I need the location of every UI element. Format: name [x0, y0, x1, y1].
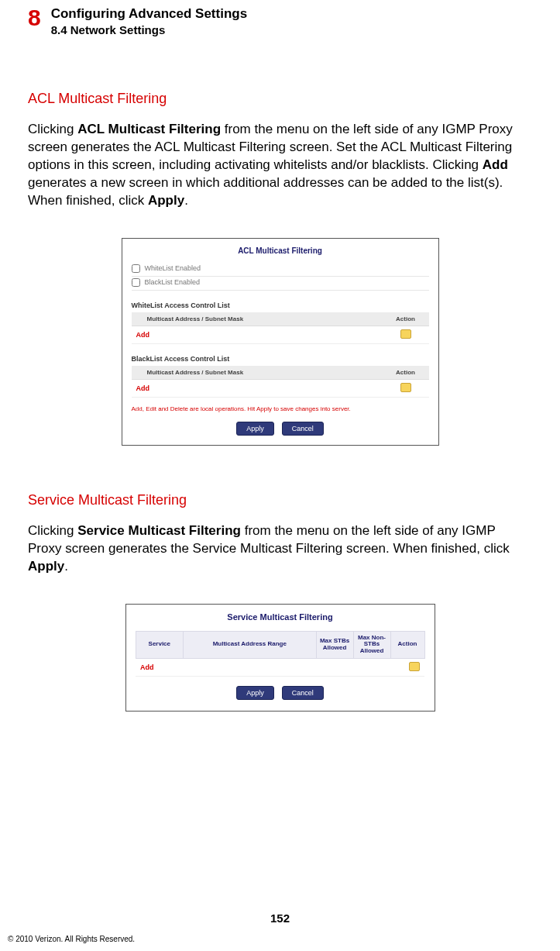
add-link[interactable]: Add	[140, 663, 154, 671]
col-max-stb: Max STBs Allowed	[316, 631, 353, 658]
copyright: © 2010 Verizon. All Rights Reserved.	[8, 935, 135, 943]
section1-paragraph: Clicking ACL Multicast Filtering from th…	[28, 121, 532, 210]
col-addr: Multicast Address / Subnet Mask	[132, 366, 383, 380]
blacklist-enabled-row[interactable]: BlackList Enabled	[132, 277, 429, 291]
service-table: Service Multicast Address Range Max STBs…	[136, 631, 425, 677]
col-range: Multicast Address Range	[184, 631, 316, 658]
col-action: Action	[390, 631, 424, 658]
blacklist-section-header: BlackList Access Control List	[132, 355, 429, 363]
chapter-number: 8	[28, 6, 40, 29]
whitelist-table: Multicast Address / Subnet Mask Action A…	[132, 312, 429, 344]
apply-button[interactable]: Apply	[236, 686, 274, 700]
text: .	[64, 559, 68, 574]
blacklist-checkbox[interactable]	[132, 278, 140, 287]
whitelist-section-header: WhiteList Access Control List	[132, 301, 429, 309]
cancel-button[interactable]: Cancel	[282, 686, 324, 700]
text: generates a new screen in which addition…	[28, 175, 503, 208]
col-action: Action	[383, 366, 429, 380]
text: Clicking	[28, 122, 77, 136]
whitelist-checkbox[interactable]	[132, 264, 140, 273]
bold-smf: Service Multicast Filtering	[77, 523, 241, 538]
service-figure: Service Multicast Filtering Service Mult…	[125, 604, 435, 712]
table-row: Add	[132, 326, 429, 343]
table-row: Add	[132, 379, 429, 397]
service-figure-title: Service Multicast Filtering	[136, 612, 425, 622]
text: .	[184, 193, 188, 208]
col-service: Service	[136, 631, 184, 658]
page-number: 152	[0, 911, 560, 925]
add-link[interactable]: Add	[136, 331, 150, 339]
edit-icon[interactable]	[400, 383, 411, 392]
chapter-header: 8 Configuring Advanced Settings 8.4 Netw…	[28, 6, 532, 36]
text: Clicking	[28, 523, 77, 538]
add-link[interactable]: Add	[136, 384, 150, 392]
section2-paragraph: Clicking Service Multicast Filtering fro…	[28, 522, 532, 576]
cancel-button[interactable]: Cancel	[282, 422, 324, 436]
bold-add: Add	[483, 157, 508, 172]
whitelist-label: WhiteList Enabled	[145, 264, 201, 272]
section-heading-acl: ACL Multicast Filtering	[28, 91, 532, 107]
edit-icon[interactable]	[409, 662, 420, 671]
bold-acl: ACL Multicast Filtering	[77, 122, 221, 136]
bold-apply: Apply	[28, 559, 64, 574]
chapter-title: Configuring Advanced Settings	[51, 6, 247, 22]
acl-figure-title: ACL Multicast Filtering	[132, 246, 429, 255]
col-addr: Multicast Address / Subnet Mask	[132, 312, 383, 326]
apply-button[interactable]: Apply	[236, 422, 274, 436]
acl-figure: ACL Multicast Filtering WhiteList Enable…	[122, 238, 439, 446]
col-max-nonstb: Max Non-STBs Allowed	[353, 631, 390, 658]
edit-icon[interactable]	[400, 329, 411, 339]
bold-apply: Apply	[148, 193, 184, 208]
col-action: Action	[383, 312, 429, 326]
blacklist-table: Multicast Address / Subnet Mask Action A…	[132, 366, 429, 398]
whitelist-enabled-row[interactable]: WhiteList Enabled	[132, 263, 429, 277]
blacklist-label: BlackList Enabled	[145, 278, 201, 286]
acl-note: Add, Edit and Delete are local operation…	[132, 405, 429, 412]
table-row: Add	[136, 658, 424, 676]
section-heading-service: Service Multicast Filtering	[28, 492, 532, 508]
chapter-subsection: 8.4 Network Settings	[51, 23, 247, 36]
